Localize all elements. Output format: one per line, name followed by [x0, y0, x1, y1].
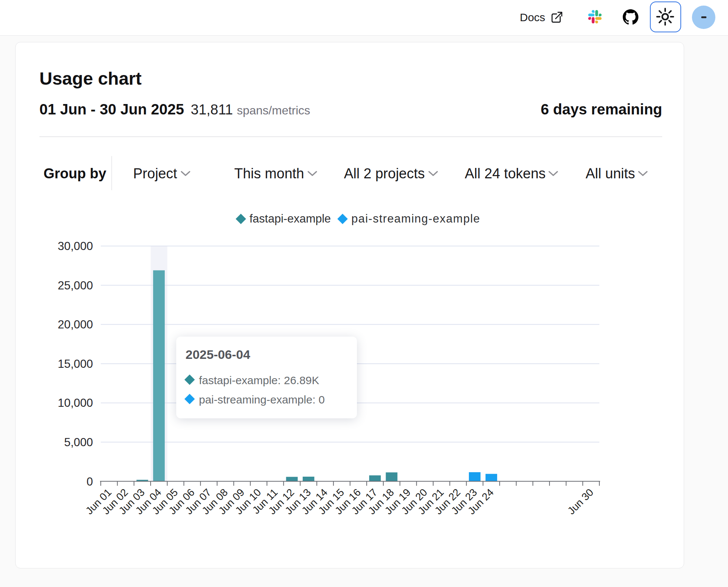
- svg-text:25,000: 25,000: [58, 279, 93, 292]
- svg-text:pai-streaming-example: pai-streaming-example: [351, 212, 480, 225]
- svg-text:10,000: 10,000: [58, 396, 93, 409]
- svg-text:5,000: 5,000: [64, 436, 93, 449]
- svg-text:30,000: 30,000: [58, 240, 93, 253]
- svg-text:15,000: 15,000: [58, 357, 93, 370]
- svg-text:fastapi-example: fastapi-example: [249, 212, 331, 225]
- svg-text:0: 0: [87, 475, 93, 488]
- svg-text:Jun 30: Jun 30: [566, 486, 596, 516]
- svg-text:20,000: 20,000: [58, 318, 93, 331]
